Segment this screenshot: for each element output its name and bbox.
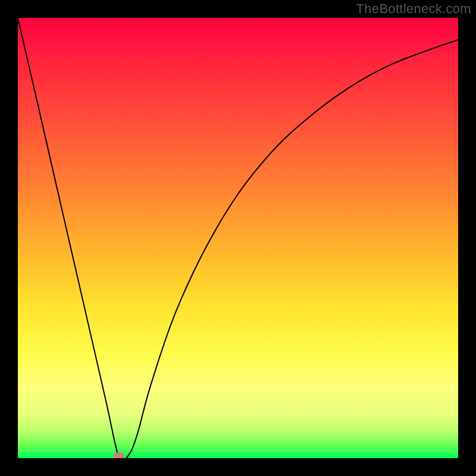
minimum-marker-icon xyxy=(114,453,124,459)
chart-frame: TheBottleneck.com xyxy=(0,0,476,476)
plot-area xyxy=(18,18,458,458)
watermark-text: TheBottleneck.com xyxy=(356,1,471,17)
curve-svg xyxy=(18,18,458,458)
curve-path xyxy=(18,18,458,458)
